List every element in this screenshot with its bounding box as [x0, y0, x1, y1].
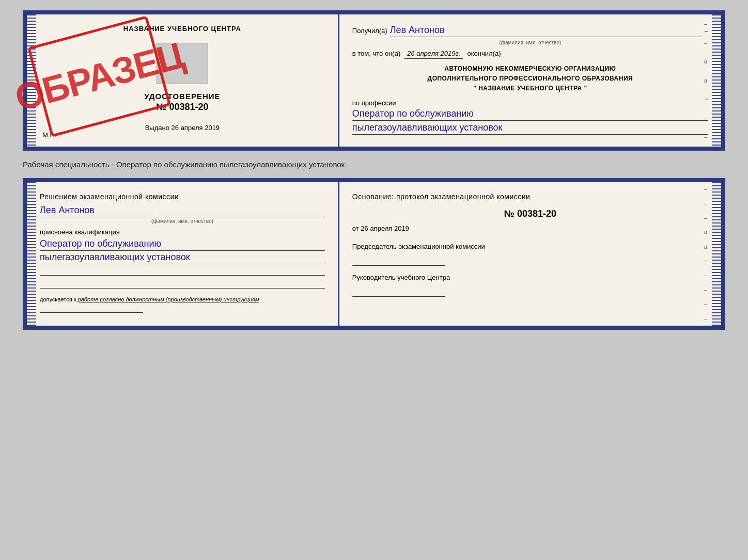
- vtom-line: в том, что он(а) 26 апреля 2019г. окончи…: [352, 50, 708, 59]
- marker-5: ←: [704, 96, 710, 102]
- qual-marker-6: ←: [704, 258, 710, 264]
- blank-line-1: [40, 265, 325, 276]
- certificate-book: НАЗВАНИЕ УЧЕБНОГО ЦЕНТРА ОБРАЗЕЦ УДОСТОВ…: [23, 10, 725, 151]
- marker-4: а: [704, 77, 710, 84]
- qual-line2: пылегазоулавливающих установок: [40, 252, 325, 264]
- marker-7: –: [704, 134, 710, 140]
- rukovoditel-block: Руководитель учебного Центра: [352, 274, 708, 297]
- right-side-markers: – – и а ← – –: [704, 14, 710, 147]
- qual-marker-1: –: [704, 186, 710, 192]
- dopusk-label: допускается к: [40, 296, 76, 302]
- org-line2: ДОПОЛНИТЕЛЬНОГО ПРОФЕССИОНАЛЬНОГО ОБРАЗО…: [352, 74, 708, 84]
- received-line: Получил(а) Лев Антонов –: [352, 25, 708, 37]
- qual-marker-5: а: [704, 244, 710, 250]
- qual-line1: Оператор по обслуживанию: [40, 238, 325, 251]
- ot-date: 26 апреля 2019: [361, 225, 409, 232]
- marker-1: –: [704, 21, 710, 27]
- cert-right-panel: Получил(а) Лев Антонов – (фамилия, имя, …: [339, 14, 721, 147]
- decision-text: Решением экзаменационной комиссии: [40, 193, 325, 201]
- predsedatel-label: Председатель экзаменационной комиссии: [352, 243, 708, 250]
- cert-left-panel: НАЗВАНИЕ УЧЕБНОГО ЦЕНТРА ОБРАЗЕЦ УДОСТОВ…: [27, 14, 339, 147]
- stamp-text: ОБРАЗЕЦ: [11, 36, 187, 117]
- blank-line-3: [40, 302, 143, 313]
- dopusk-text: работе согласно должностным (производств…: [78, 296, 259, 302]
- qual-name: Лев Антонов: [40, 205, 325, 217]
- osnov-text: Основание: протокол экзаменационной коми…: [352, 193, 708, 201]
- obrazets-stamp: ОБРАЗЕЦ: [27, 15, 171, 137]
- profession-line1: Оператор по обслуживанию: [352, 108, 708, 121]
- qual-marker-2: –: [704, 200, 710, 206]
- fio-label-cert: (фамилия, имя, отчество): [352, 40, 708, 45]
- qual-right-side-markers: – – – и а ← – – – –: [704, 182, 710, 326]
- qual-left-panel: Решением экзаменационной комиссии Лев Ан…: [27, 182, 339, 326]
- document-container: НАЗВАНИЕ УЧЕБНОГО ЦЕНТРА ОБРАЗЕЦ УДОСТОВ…: [23, 10, 725, 330]
- qual-spine-right: [712, 182, 721, 326]
- ot-prefix: от: [352, 225, 359, 232]
- marker-3: и: [704, 58, 710, 65]
- qual-marker-9: –: [704, 301, 710, 307]
- vtom-date: 26 апреля 2019г.: [404, 50, 463, 59]
- qual-marker-7: –: [704, 272, 710, 278]
- between-text: Рабочая специальность - Оператор по обсл…: [23, 156, 725, 173]
- okonchil-label: окончил(а): [467, 50, 501, 57]
- vtom-label: в том, что он(а): [352, 50, 400, 57]
- predsedatel-block: Председатель экзаменационной комиссии: [352, 243, 708, 266]
- po-professii-label: по профессии: [352, 99, 708, 107]
- received-label: Получил(а): [352, 27, 387, 35]
- rukovoditel-signature-line: [352, 284, 445, 297]
- org-line1: АВТОНОМНУЮ НЕКОММЕРЧЕСКУЮ ОРГАНИЗАЦИЮ: [352, 64, 708, 74]
- profession-line2: пылегазоулавливающих установок: [352, 122, 708, 135]
- received-name: Лев Антонов: [390, 25, 702, 37]
- rukovoditel-label: Руководитель учебного Центра: [352, 274, 708, 281]
- spine-decoration-right: [712, 14, 721, 147]
- qual-right-panel: Основание: протокол экзаменационной коми…: [339, 182, 721, 326]
- qual-marker-3: –: [704, 215, 710, 221]
- predsedatel-signature-line: [352, 253, 445, 266]
- prisvoena-label: присвоена квалификация: [40, 228, 325, 236]
- vydano-date: 26 апреля 2019: [172, 124, 220, 132]
- qual-fio-label: (фамилия, имя, отчество): [40, 218, 325, 224]
- blank-line-2: [40, 278, 325, 289]
- dopuskaetsya-block: допускается к работе согласно должностны…: [40, 296, 325, 302]
- ot-date-block: от 26 апреля 2019: [352, 225, 708, 232]
- qualification-book: Решением экзаменационной комиссии Лев Ан…: [23, 178, 725, 330]
- cert-date-issued: Выдано 26 апреля 2019: [145, 124, 220, 132]
- marker-2: –: [704, 40, 710, 46]
- marker-6: –: [704, 115, 710, 121]
- org-line3: " НАЗВАНИЕ УЧЕБНОГО ЦЕНТРА ": [352, 84, 708, 93]
- org-block: АВТОНОМНУЮ НЕКОММЕРЧЕСКУЮ ОРГАНИЗАЦИЮ ДО…: [352, 64, 708, 94]
- protocol-number: № 00381-20: [352, 209, 708, 219]
- qual-marker-8: –: [704, 286, 710, 293]
- qual-marker-10: –: [704, 315, 710, 322]
- qual-marker-4: и: [704, 229, 710, 235]
- vydano-label: Выдано: [145, 124, 169, 132]
